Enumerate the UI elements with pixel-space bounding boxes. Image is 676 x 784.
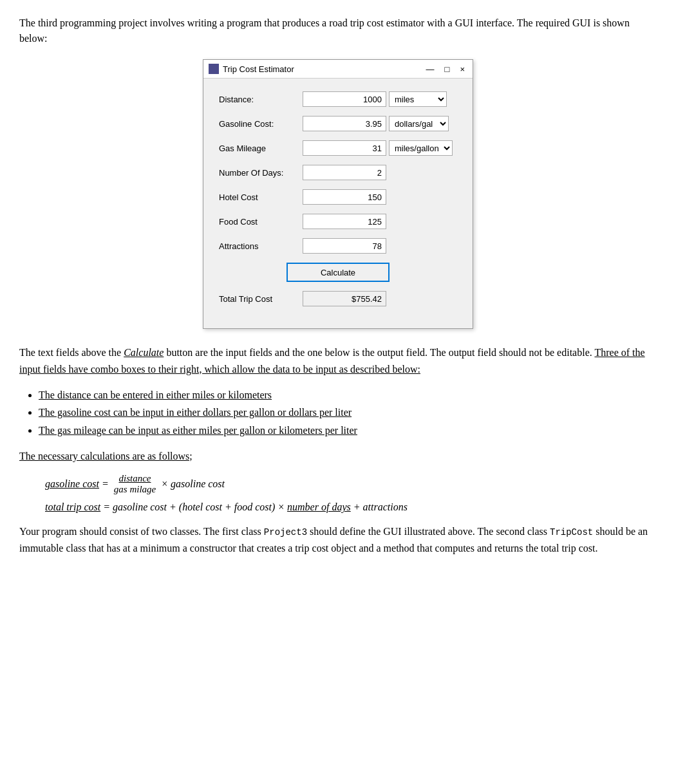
bullet-item-3: The gas mileage can be input as either m… <box>39 422 657 439</box>
attractions-label: Attractions <box>219 241 303 251</box>
bullet-item-2: The gasoline cost can be input in either… <box>39 404 657 421</box>
calculate-row: Calculate <box>219 263 457 282</box>
window-wrapper: Trip Cost Estimator — □ × Distance: mile… <box>19 59 657 329</box>
section1-text1: The text fields above the <box>19 347 124 358</box>
title-bar-controls: — □ × <box>424 64 467 74</box>
distance-label: Distance: <box>219 95 303 104</box>
last-text2: should define the GUI illustrated above.… <box>307 526 550 537</box>
title-bar: Trip Cost Estimator — □ × <box>203 60 473 79</box>
gasoline-cost-label: Gasoline Cost: <box>219 119 303 129</box>
section1-paragraph: The text fields above the Calculate butt… <box>19 344 657 377</box>
window-title: Trip Cost Estimator <box>223 64 420 74</box>
distance-select[interactable]: miles kilometers <box>389 91 447 107</box>
formula-block: gasoline cost = distance gas milage × ga… <box>45 473 657 513</box>
trip-cost-window: Trip Cost Estimator — □ × Distance: mile… <box>203 59 473 329</box>
distance-input[interactable] <box>303 91 386 107</box>
distance-row: Distance: miles kilometers <box>219 91 457 107</box>
window-body: Distance: miles kilometers Gasoline Cost… <box>203 79 473 328</box>
gasoline-cost-row: Gasoline Cost: dollars/gal dollars/liter <box>219 116 457 131</box>
number-of-days-label: Number Of Days: <box>219 168 303 178</box>
formula1-fraction: distance gas milage <box>114 473 156 495</box>
bullet-item-1: The distance can be entered in either mi… <box>39 386 657 404</box>
formula2-eq: = gasoline cost + (hotel cost + food cos… <box>100 501 408 513</box>
formula2: total trip cost = gasoline cost + (hotel… <box>45 501 657 513</box>
formula1-equals: = <box>99 478 111 490</box>
class-tripcost: TripCost <box>550 527 593 537</box>
food-cost-input[interactable] <box>303 214 386 229</box>
window-icon <box>209 64 219 74</box>
formula1-lhs: gasoline cost <box>45 478 99 490</box>
calculate-button[interactable]: Calculate <box>286 263 390 282</box>
maximize-button[interactable]: □ <box>442 64 453 74</box>
gas-mileage-input[interactable] <box>303 140 386 156</box>
number-of-days-row: Number Of Days: <box>219 165 457 180</box>
formula1-rhs: × gasoline cost <box>158 478 225 490</box>
attractions-input[interactable] <box>303 238 386 254</box>
gas-mileage-select[interactable]: miles/gallon km/liter <box>389 140 453 156</box>
total-trip-cost-row: Total Trip Cost <box>219 291 457 306</box>
calculate-reference: Calculate <box>124 347 164 358</box>
formula1-numerator: distance <box>119 473 151 484</box>
gas-mileage-row: Gas Mileage miles/gallon km/liter <box>219 140 457 156</box>
formula2-lhs: total trip cost <box>45 501 100 513</box>
gasoline-cost-input[interactable] <box>303 116 386 131</box>
total-trip-cost-output <box>303 291 386 306</box>
last-paragraph: Your program should consist of two class… <box>19 523 657 556</box>
minimize-button[interactable]: — <box>424 64 437 74</box>
hotel-cost-label: Hotel Cost <box>219 192 303 202</box>
bullet-list: The distance can be entered in either mi… <box>39 386 657 439</box>
close-button[interactable]: × <box>457 64 467 74</box>
hotel-cost-input[interactable] <box>303 189 386 205</box>
attractions-row: Attractions <box>219 238 457 254</box>
intro-paragraph: The third programming project involves w… <box>19 15 657 46</box>
number-of-days-input[interactable] <box>303 165 386 180</box>
total-trip-cost-label: Total Trip Cost <box>219 294 303 304</box>
food-cost-label: Food Cost <box>219 217 303 227</box>
last-text1: Your program should consist of two class… <box>19 526 264 537</box>
formula1: gasoline cost = distance gas milage × ga… <box>45 473 657 495</box>
calc-heading: The necessary calculations are as follow… <box>19 448 657 465</box>
class-project3: Project3 <box>264 527 307 537</box>
food-cost-row: Food Cost <box>219 214 457 229</box>
formula1-denominator: gas milage <box>114 484 156 495</box>
gas-mileage-label: Gas Mileage <box>219 144 303 153</box>
gasoline-cost-select[interactable]: dollars/gal dollars/liter <box>389 116 449 131</box>
hotel-cost-row: Hotel Cost <box>219 189 457 205</box>
